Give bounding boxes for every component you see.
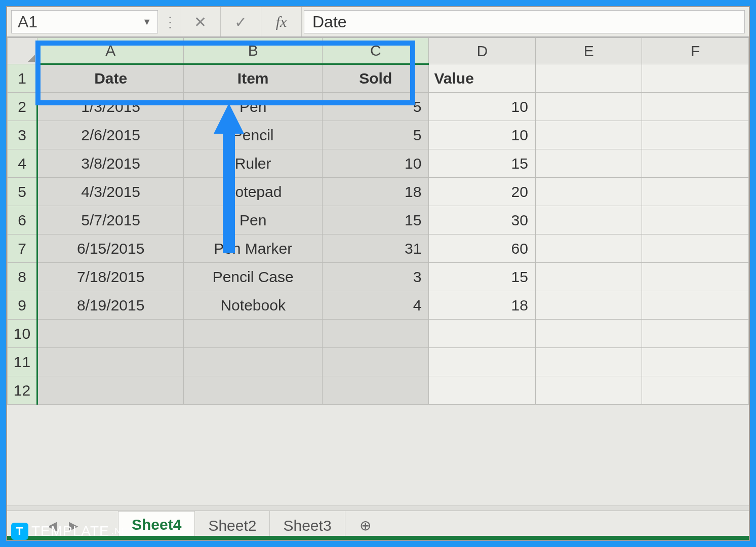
cell-C11[interactable] — [323, 348, 429, 376]
cell-C10[interactable] — [323, 320, 429, 348]
cell-F5[interactable] — [642, 178, 749, 206]
row-header[interactable]: 12 — [8, 376, 37, 405]
cell-A3[interactable]: 2/6/2015 — [37, 121, 183, 149]
cell-A9[interactable]: 8/19/2015 — [37, 291, 183, 320]
cell-A12[interactable] — [37, 376, 183, 405]
cell-A6[interactable]: 5/7/2015 — [37, 206, 183, 235]
row-header[interactable]: 2 — [8, 93, 37, 121]
cell-D11[interactable] — [429, 348, 535, 376]
cell-E7[interactable] — [535, 235, 642, 263]
row-header[interactable]: 8 — [8, 263, 37, 291]
cell-D4[interactable]: 15 — [429, 149, 535, 178]
cell-A8[interactable]: 7/18/2015 — [37, 263, 183, 291]
cell-C1[interactable]: Sold — [323, 64, 429, 93]
select-all-corner[interactable] — [8, 38, 37, 64]
cell-D10[interactable] — [429, 320, 535, 348]
row-header[interactable]: 4 — [8, 149, 37, 178]
cell-D12[interactable] — [429, 376, 535, 405]
row-header[interactable]: 6 — [8, 206, 37, 235]
cell-D2[interactable]: 10 — [429, 93, 535, 121]
cell-B12[interactable] — [184, 376, 323, 405]
name-box[interactable]: A1 ▼ — [11, 10, 158, 33]
cell-B10[interactable] — [184, 320, 323, 348]
cell-C7[interactable]: 31 — [323, 235, 429, 263]
cell-F9[interactable] — [642, 291, 749, 320]
formula-input[interactable]: Date — [304, 10, 745, 33]
cell-E8[interactable] — [535, 263, 642, 291]
cell-A2[interactable]: 1/3/2015 — [37, 93, 183, 121]
cell-A11[interactable] — [37, 348, 183, 376]
cell-D1[interactable]: Value — [429, 64, 535, 93]
column-header-d[interactable]: D — [429, 38, 535, 64]
cell-E11[interactable] — [535, 348, 642, 376]
cell-A10[interactable] — [37, 320, 183, 348]
cell-D6[interactable]: 30 — [429, 206, 535, 235]
cell-F12[interactable] — [642, 376, 749, 405]
cell-E4[interactable] — [535, 149, 642, 178]
cell-D7[interactable]: 60 — [429, 235, 535, 263]
cell-D8[interactable]: 15 — [429, 263, 535, 291]
cell-C9[interactable]: 4 — [323, 291, 429, 320]
column-header-e[interactable]: E — [535, 38, 642, 64]
formula-bar-more-icon[interactable]: ⋮ — [160, 7, 180, 36]
row-header[interactable]: 5 — [8, 178, 37, 206]
confirm-formula-icon[interactable]: ✓ — [221, 7, 261, 36]
cell-B11[interactable] — [184, 348, 323, 376]
row-header[interactable]: 11 — [8, 348, 37, 376]
cell-F8[interactable] — [642, 263, 749, 291]
cell-B2[interactable]: Pen — [184, 93, 323, 121]
cell-D9[interactable]: 18 — [429, 291, 535, 320]
cell-D5[interactable]: 20 — [429, 178, 535, 206]
name-box-dropdown-icon[interactable]: ▼ — [142, 17, 151, 27]
cell-F11[interactable] — [642, 348, 749, 376]
column-header-c[interactable]: C — [323, 38, 429, 64]
cell-A1[interactable]: Date — [37, 64, 183, 93]
cell-B7[interactable]: Pen Marker — [184, 235, 323, 263]
cell-A5[interactable]: 4/3/2015 — [37, 178, 183, 206]
cell-E9[interactable] — [535, 291, 642, 320]
column-header-a[interactable]: A — [37, 38, 183, 64]
row-header[interactable]: 7 — [8, 235, 37, 263]
cell-B9[interactable]: Notebook — [184, 291, 323, 320]
cell-B1[interactable]: Item — [184, 64, 323, 93]
cell-F4[interactable] — [642, 149, 749, 178]
cell-F1[interactable] — [642, 64, 749, 93]
cell-B3[interactable]: Pencil — [184, 121, 323, 149]
cell-C4[interactable]: 10 — [323, 149, 429, 178]
row-header[interactable]: 1 — [8, 64, 37, 93]
cell-F7[interactable] — [642, 235, 749, 263]
cell-F10[interactable] — [642, 320, 749, 348]
column-header-b[interactable]: B — [184, 38, 323, 64]
cell-E6[interactable] — [535, 206, 642, 235]
row-header[interactable]: 3 — [8, 121, 37, 149]
cell-E1[interactable] — [535, 64, 642, 93]
cell-C5[interactable]: 18 — [323, 178, 429, 206]
column-header-f[interactable]: F — [642, 38, 749, 64]
cell-C12[interactable] — [323, 376, 429, 405]
cell-C6[interactable]: 15 — [323, 206, 429, 235]
cell-E2[interactable] — [535, 93, 642, 121]
cell-B8[interactable]: Pencil Case — [184, 263, 323, 291]
cell-E10[interactable] — [535, 320, 642, 348]
cell-E3[interactable] — [535, 121, 642, 149]
insert-function-icon[interactable]: fx — [261, 7, 302, 36]
cell-C2[interactable]: 5 — [323, 93, 429, 121]
cell-E5[interactable] — [535, 178, 642, 206]
cell-B6[interactable]: Pen — [184, 206, 323, 235]
horizontal-scroll-track[interactable] — [7, 505, 749, 511]
cell-A7[interactable]: 6/15/2015 — [37, 235, 183, 263]
row-header[interactable]: 10 — [8, 320, 37, 348]
cell-B5[interactable]: Notepad — [184, 178, 323, 206]
cell-C3[interactable]: 5 — [323, 121, 429, 149]
cell-E12[interactable] — [535, 376, 642, 405]
cell-C8[interactable]: 3 — [323, 263, 429, 291]
cell-F3[interactable] — [642, 121, 749, 149]
cell-B4[interactable]: Ruler — [184, 149, 323, 178]
cell-D3[interactable]: 10 — [429, 121, 535, 149]
cell-F2[interactable] — [642, 93, 749, 121]
cell-A4[interactable]: 3/8/2015 — [37, 149, 183, 178]
row-header[interactable]: 9 — [8, 291, 37, 320]
spreadsheet-grid[interactable]: ABCDEF 1DateItemSoldValue21/3/2015Pen510… — [7, 37, 749, 405]
cancel-formula-icon[interactable]: ✕ — [180, 7, 221, 36]
cell-F6[interactable] — [642, 206, 749, 235]
